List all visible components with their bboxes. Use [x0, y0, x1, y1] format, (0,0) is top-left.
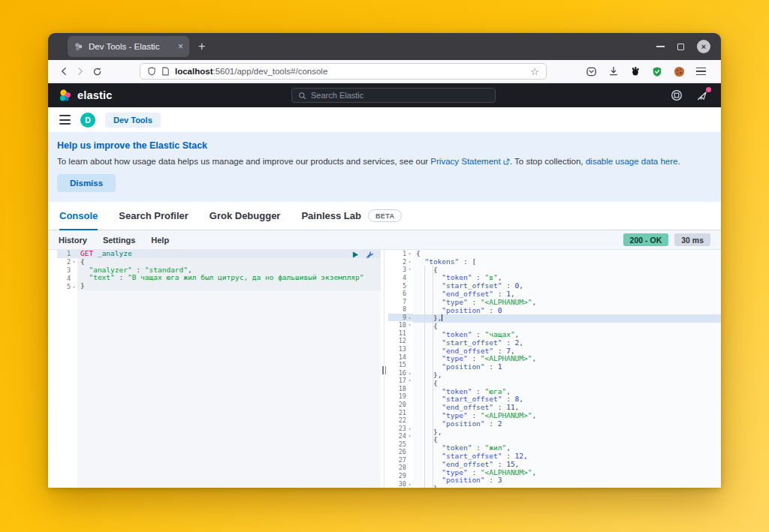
console-toolbar: History Settings Help 200 - OK 30 ms	[48, 230, 721, 250]
tab-favicon-elastic-icon	[74, 42, 83, 52]
fold-widget-icon[interactable]: ▴	[406, 315, 413, 320]
external-link-icon	[503, 158, 510, 165]
tab-close-icon[interactable]: ×	[178, 42, 183, 51]
help-menu[interactable]: Help	[151, 236, 169, 245]
privacy-shield-icon[interactable]	[652, 66, 662, 77]
breadcrumb-dev-tools[interactable]: Dev Tools	[105, 113, 161, 128]
request-wrench-icon[interactable]	[366, 251, 374, 259]
breadcrumb-bar: D Dev Tools	[48, 107, 721, 132]
banner-title: Help us improve the Elastic Stack	[57, 140, 712, 151]
url-text: localhost:5601/app/dev_tools#/console	[175, 67, 327, 76]
time-badge: 30 ms	[674, 233, 710, 246]
code-line[interactable]: "position" : 3	[413, 476, 721, 485]
kibana-header: elastic Search Elastic	[48, 83, 721, 107]
request-editor[interactable]: 12▾345▴ GET _analyze{ "analyzer" : "stan…	[57, 250, 381, 488]
history-menu[interactable]: History	[59, 236, 87, 245]
browser-titlebar: Dev Tools - Elastic × + ×	[48, 33, 721, 60]
code-line[interactable]: "position" : 1	[413, 363, 721, 371]
url-path: :5601/app/dev_tools#/console	[213, 67, 327, 76]
bookmark-star-icon[interactable]: ☆	[530, 66, 539, 77]
code-line[interactable]: "text" : "В чащах юга жил был цитрус, да…	[77, 274, 381, 282]
window-minimize-button[interactable]	[656, 46, 665, 47]
browser-navbar: localhost:5601/app/dev_tools#/console ☆	[48, 60, 721, 83]
fold-widget-icon[interactable]: ▾	[406, 378, 413, 383]
response-gutter: 1▾2▾3▾456789▴10▾111213141516▴17▾18192021…	[388, 250, 413, 488]
tracking-protection-shield-icon[interactable]	[147, 67, 156, 76]
code-line[interactable]: "position" : 0	[413, 307, 721, 315]
browser-tab[interactable]: Dev Tools - Elastic ×	[68, 36, 189, 57]
response-code[interactable]: { "tokens" : [ { "token" : "в", "start_o…	[413, 250, 721, 488]
fold-widget-icon[interactable]: ▾	[406, 251, 413, 256]
code-line[interactable]: },	[413, 314, 721, 323]
search-icon	[298, 92, 306, 100]
browser-menu-icon[interactable]	[696, 68, 706, 76]
back-button[interactable]	[56, 63, 72, 80]
url-host: localhost	[175, 67, 213, 76]
dismiss-button[interactable]: Dismiss	[57, 174, 116, 192]
window-maximize-button[interactable]	[677, 44, 684, 50]
kibana-nav-menu-icon[interactable]	[59, 115, 71, 125]
fold-widget-icon[interactable]: ▴	[71, 284, 77, 289]
fold-widget-icon[interactable]: ▾	[406, 434, 413, 438]
settings-menu[interactable]: Settings	[103, 236, 135, 245]
beta-badge: BETA	[368, 209, 402, 222]
telemetry-banner: Help us improve the Elastic Stack To lea…	[48, 132, 721, 202]
status-badge: 200 - OK	[623, 233, 669, 246]
profile-cookie-icon[interactable]	[674, 66, 685, 77]
fold-widget-icon[interactable]: ▴	[406, 482, 413, 486]
new-tab-button[interactable]: +	[198, 40, 205, 53]
privacy-statement-link[interactable]: Privacy Statement	[430, 157, 500, 166]
window-close-button[interactable]: ×	[697, 40, 710, 53]
reload-button[interactable]	[89, 63, 105, 80]
space-avatar[interactable]: D	[80, 113, 95, 128]
tab-console[interactable]: Console	[59, 202, 98, 230]
code-line[interactable]: },	[413, 428, 721, 437]
drag-handle-icon[interactable]	[382, 366, 386, 374]
disable-usage-data-link[interactable]: disable usage data here.	[586, 157, 680, 166]
code-line[interactable]: GET _analyze	[77, 250, 381, 258]
dev-tools-tabs: Console Search Profiler Grok Debugger Pa…	[48, 202, 721, 230]
code-line[interactable]: "position" : 2	[413, 420, 721, 428]
tab-grok-debugger[interactable]: Grok Debugger	[210, 202, 281, 230]
code-line[interactable]: },	[413, 485, 721, 488]
code-line[interactable]: },	[413, 371, 721, 380]
url-bar[interactable]: localhost:5601/app/dev_tools#/console ☆	[140, 63, 547, 80]
code-line[interactable]: "tokens" : [	[413, 258, 721, 266]
send-request-play-icon[interactable]	[352, 251, 359, 258]
fold-widget-icon[interactable]: ▾	[406, 267, 413, 272]
fold-widget-icon[interactable]: ▾	[406, 323, 413, 327]
downloads-icon[interactable]	[608, 66, 619, 77]
page-info-icon[interactable]	[161, 67, 170, 76]
response-pane[interactable]: 1▾2▾3▾456789▴10▾111213141516▴17▾18192021…	[388, 250, 721, 488]
newsfeed-icon[interactable]	[696, 89, 708, 101]
forward-button[interactable]	[72, 63, 89, 80]
tab-title: Dev Tools - Elastic	[89, 42, 173, 51]
extension-footprint-icon[interactable]	[630, 66, 641, 77]
notification-dot	[706, 87, 711, 92]
search-placeholder: Search Elastic	[311, 91, 363, 100]
elastic-brand-text: elastic	[77, 89, 113, 101]
tab-painless-lab[interactable]: Painless LabBETA	[301, 202, 402, 230]
pocket-icon[interactable]	[586, 66, 597, 77]
global-search-input[interactable]: Search Elastic	[291, 88, 496, 103]
request-code[interactable]: GET _analyze{ "analyzer" : "standard", "…	[77, 250, 381, 488]
fold-widget-icon[interactable]: ▾	[71, 260, 77, 264]
browser-window: Dev Tools - Elastic × + × localhost:5	[48, 33, 721, 488]
help-lifebuoy-icon[interactable]	[671, 89, 683, 101]
elastic-logo-icon[interactable]	[58, 89, 72, 103]
code-line[interactable]: }	[77, 282, 381, 290]
fold-widget-icon[interactable]: ▾	[406, 260, 413, 264]
pane-resize-divider[interactable]	[381, 250, 388, 488]
banner-body: To learn about how usage data helps us m…	[57, 157, 712, 166]
fold-widget-icon[interactable]: ▴	[406, 426, 413, 431]
console-editors: 12▾345▴ GET _analyze{ "analyzer" : "stan…	[48, 250, 721, 488]
request-gutter: 12▾345▴	[57, 250, 77, 488]
fold-widget-icon[interactable]: ▴	[406, 371, 413, 375]
tab-search-profiler[interactable]: Search Profiler	[119, 202, 188, 230]
